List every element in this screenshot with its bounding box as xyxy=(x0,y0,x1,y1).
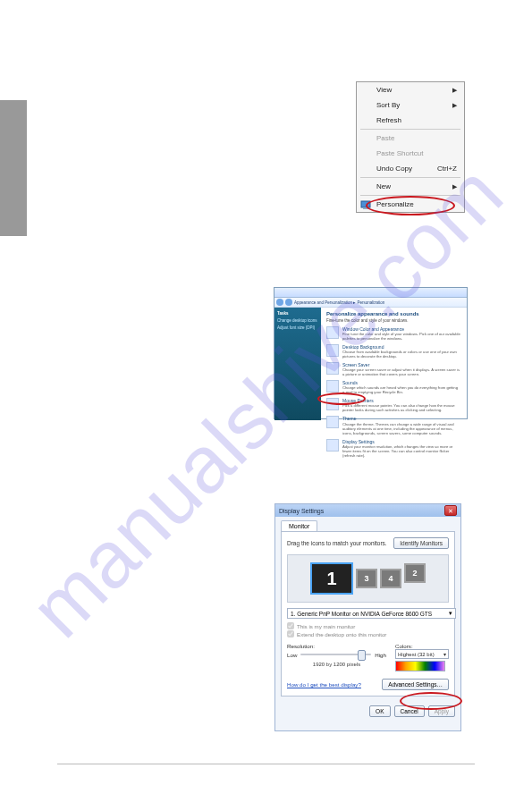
close-button[interactable]: ✕ xyxy=(444,505,457,516)
resolution-label: Resolution: xyxy=(287,643,386,649)
personalize-main: Personalize appearance and sounds Fine-t… xyxy=(321,308,467,420)
ctx-paste: Paste xyxy=(357,131,464,146)
pers-item[interactable]: Theme Change the theme. Themes can chang… xyxy=(326,416,461,435)
personalize-icon xyxy=(360,199,371,210)
pers-item-icon xyxy=(326,398,339,410)
pers-item[interactable]: Window Color and Appearance Fine tune th… xyxy=(326,326,461,341)
pers-item-text: Desktop Background Choose from available… xyxy=(342,344,461,359)
colors-label: Colors: xyxy=(395,643,449,649)
breadcrumb[interactable]: Appearance and Personalization ▸ Persona… xyxy=(274,298,467,308)
tasks-sidebar: Tasks Change desktop icons Adjust font s… xyxy=(274,308,321,420)
ctx-paste-shortcut: Paste Shortcut xyxy=(357,146,464,161)
svg-rect-1 xyxy=(363,207,368,209)
pers-item-text: Theme Change the theme. Themes can chang… xyxy=(342,416,461,435)
side-link-dpi[interactable]: Adjust font size (DPI) xyxy=(277,325,318,330)
ctx-personalize-label: Personalize xyxy=(376,200,414,208)
ctx-undo-copy-shortcut: Ctrl+Z xyxy=(437,165,457,173)
color-preview xyxy=(395,661,445,671)
ctx-view[interactable]: View ▶ xyxy=(357,82,464,97)
res-high: High xyxy=(375,652,386,658)
submenu-arrow-icon: ▶ xyxy=(452,183,457,190)
apply-button: Apply xyxy=(428,705,455,717)
pers-item-desc: Change the theme. Themes can change a wi… xyxy=(342,422,453,435)
check-extend-desktop: Extend the desktop onto this monitor xyxy=(287,630,449,637)
ctx-refresh[interactable]: Refresh xyxy=(357,113,464,128)
monitor-2[interactable]: 2 xyxy=(404,563,426,583)
tab-monitor[interactable]: Monitor xyxy=(281,520,317,531)
check-main-monitor-box xyxy=(287,622,294,629)
pers-title: Personalize appearance and sounds xyxy=(326,311,461,317)
ctx-sort-by[interactable]: Sort By ▶ xyxy=(357,97,464,113)
ok-button[interactable]: OK xyxy=(369,705,390,717)
menu-separator xyxy=(360,129,460,130)
check-extend-label: Extend the desktop onto this monitor xyxy=(297,631,386,637)
svg-rect-0 xyxy=(361,201,370,207)
pers-item-icon xyxy=(326,416,339,428)
colors-value: Highest (32 bit) xyxy=(398,652,435,657)
window-titlebar xyxy=(274,288,467,298)
ctx-sortby-label: Sort By xyxy=(376,101,400,109)
help-link[interactable]: How do I get the best display? xyxy=(287,681,361,688)
pers-item-icon xyxy=(326,380,339,393)
pers-item-icon xyxy=(326,326,339,339)
monitor-arrangement[interactable]: 1 3 4 2 xyxy=(287,554,449,603)
pers-item-text: Display Settings Adjust your monitor res… xyxy=(342,439,461,458)
monitor-1[interactable]: 1 xyxy=(310,562,353,595)
monitor-3[interactable]: 3 xyxy=(356,569,377,588)
monitor-select-value: 1. Generic PnP Monitor on NVIDIA GeForce… xyxy=(291,611,432,617)
ctx-new[interactable]: New ▶ xyxy=(357,179,464,194)
nav-fwd-icon[interactable] xyxy=(285,299,292,306)
check-main-label: This is my main monitor xyxy=(297,623,355,629)
submenu-arrow-icon: ▶ xyxy=(452,87,457,94)
submenu-arrow-icon: ▶ xyxy=(452,102,457,109)
monitor-4[interactable]: 4 xyxy=(380,569,401,588)
slider-thumb[interactable] xyxy=(358,650,366,661)
ctx-undo-copy[interactable]: Undo Copy Ctrl+Z xyxy=(357,161,464,176)
pers-item-text: Mouse Pointers Pick a different mouse po… xyxy=(342,398,461,412)
pers-item-desc: Change your screen saver or adjust when … xyxy=(342,367,460,376)
dropdown-icon: ▾ xyxy=(443,651,446,657)
pers-item-desc: Change which sounds are heard when you d… xyxy=(342,385,458,394)
pers-item-desc: Fine tune the color and style of your wi… xyxy=(342,332,460,341)
side-link-icons[interactable]: Change desktop icons xyxy=(277,318,318,323)
pers-item-icon xyxy=(326,439,339,452)
pers-item-icon xyxy=(326,344,339,357)
ctx-undo-copy-label: Undo Copy xyxy=(376,165,412,173)
menu-separator xyxy=(360,177,460,178)
pers-item[interactable]: Desktop Background Choose from available… xyxy=(326,344,461,359)
personalization-window: Appearance and Personalization ▸ Persona… xyxy=(274,287,468,419)
window-titlebar[interactable]: Display Settings ✕ xyxy=(275,504,460,517)
ctx-refresh-label: Refresh xyxy=(376,116,401,124)
nav-back-icon[interactable] xyxy=(276,299,283,306)
dropdown-icon: ▾ xyxy=(449,610,452,617)
check-extend-box xyxy=(287,630,294,637)
cancel-button[interactable]: Cancel xyxy=(394,705,425,717)
pers-item-desc: Choose from available backgrounds or col… xyxy=(342,350,457,359)
tasks-head: Tasks xyxy=(277,311,318,316)
monitor-select[interactable]: 1. Generic PnP Monitor on NVIDIA GeForce… xyxy=(287,608,456,619)
desktop-context-menu: View ▶ Sort By ▶ Refresh Paste Paste Sho… xyxy=(356,81,465,213)
display-settings-window: Display Settings ✕ Monitor Drag the icon… xyxy=(274,503,461,731)
page-margin-tab xyxy=(0,100,27,236)
pers-item[interactable]: Mouse Pointers Pick a different mouse po… xyxy=(326,398,461,412)
ctx-paste-label: Paste xyxy=(376,134,394,142)
page-divider xyxy=(57,764,475,764)
identify-monitors-button[interactable]: Identify Monitors xyxy=(393,537,449,549)
menu-separator xyxy=(360,195,460,196)
breadcrumb-text: Appearance and Personalization ▸ Persona… xyxy=(294,300,384,305)
resolution-slider[interactable] xyxy=(300,654,371,655)
pers-item[interactable]: Screen Saver Change your screen saver or… xyxy=(326,362,461,376)
dialog-body: Drag the icons to match your monitors. I… xyxy=(281,531,455,696)
drag-label: Drag the icons to match your monitors. xyxy=(287,540,387,546)
pers-item-text: Window Color and Appearance Fine tune th… xyxy=(342,326,461,341)
ctx-new-label: New xyxy=(376,182,391,190)
colors-select[interactable]: Highest (32 bit) ▾ xyxy=(395,649,449,659)
pers-item-text: Sounds Change which sounds are heard whe… xyxy=(342,380,461,394)
res-low: Low xyxy=(287,652,297,658)
ctx-personalize[interactable]: Personalize xyxy=(357,197,464,212)
pers-item[interactable]: Sounds Change which sounds are heard whe… xyxy=(326,380,461,394)
ctx-view-label: View xyxy=(376,86,392,94)
pers-item[interactable]: Display Settings Adjust your monitor res… xyxy=(326,439,461,458)
advanced-settings-button[interactable]: Advanced Settings… xyxy=(382,679,449,690)
resolution-value: 1920 by 1200 pixels xyxy=(287,662,386,667)
